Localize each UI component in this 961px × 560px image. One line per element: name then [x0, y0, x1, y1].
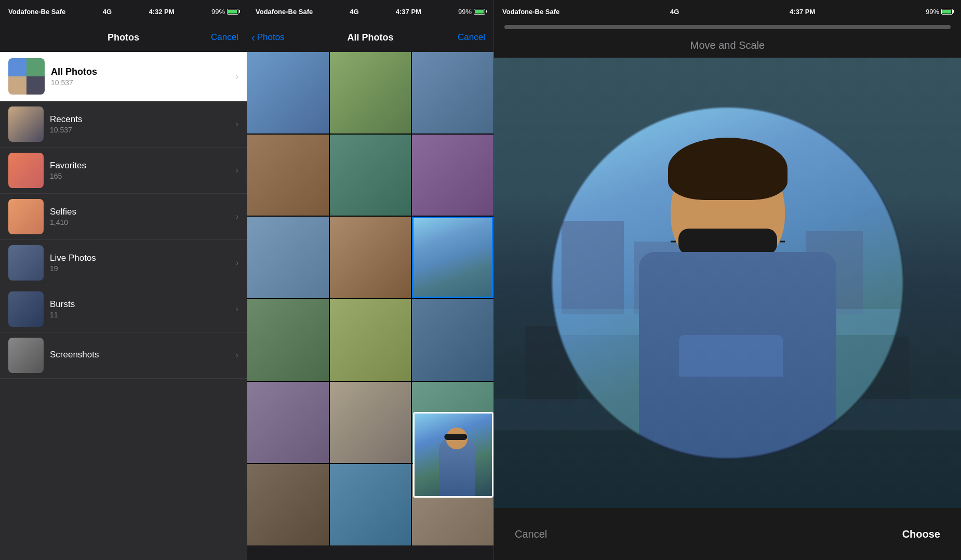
livephotos-chevron-icon: ›	[236, 258, 238, 268]
photo-cell[interactable]	[247, 52, 329, 134]
bursts-count: 11	[50, 311, 230, 319]
battery-area-1: 99%	[211, 8, 238, 16]
back-chevron-icon: ‹	[251, 32, 255, 44]
selfies-info: Selfies 1,410	[50, 207, 230, 226]
photo-cell[interactable]	[247, 464, 329, 545]
person-hair	[668, 138, 788, 200]
circle-mask[interactable]	[551, 106, 904, 460]
selected-photo-preview	[413, 412, 493, 498]
cancel-button-2[interactable]: Cancel	[458, 32, 485, 43]
carrier-2: Vodafone-Be Safe	[256, 8, 313, 16]
battery-area-2: 99%	[458, 8, 485, 16]
editor-cancel-button[interactable]: Cancel	[515, 528, 547, 540]
network-3: 4G	[670, 8, 679, 16]
battery-fill-2	[475, 10, 484, 14]
photo-editor[interactable]	[494, 58, 961, 508]
photo-cell-selected[interactable]	[412, 217, 493, 298]
back-label: Photos	[257, 32, 285, 43]
selfies-thumb	[8, 199, 44, 234]
all-photos-album-row[interactable]: All Photos 10,537 ›	[0, 52, 247, 101]
album-row-livephotos[interactable]: Live Photos 19 ›	[0, 240, 247, 286]
bursts-info: Bursts 11	[50, 299, 230, 319]
album-row-screenshots[interactable]: Screenshots ›	[0, 332, 247, 379]
favorites-thumb	[8, 153, 44, 188]
panel-photos-list: Vodafone-Be Safe 4G 4:32 PM 99% Photos C…	[0, 0, 247, 560]
status-bar-3: Vodafone-Be Safe 4G 4:37 PM 99%	[494, 0, 961, 23]
cancel-button-1[interactable]: Cancel	[211, 32, 238, 43]
livephotos-thumb	[8, 245, 44, 281]
photo-cell[interactable]	[330, 464, 411, 545]
recents-chevron-icon: ›	[236, 119, 238, 129]
nav-title-1: Photos	[108, 32, 139, 43]
photo-cell[interactable]	[247, 382, 329, 463]
photo-cell[interactable]	[330, 299, 411, 381]
bursts-thumb	[8, 291, 44, 327]
selfies-count: 1,410	[50, 218, 230, 226]
carrier-3: Vodafone-Be Safe	[502, 8, 559, 16]
status-bar-2: Vodafone-Be Safe 4G 4:37 PM 99%	[247, 0, 493, 23]
album-row-bursts[interactable]: Bursts 11 ›	[0, 286, 247, 332]
preview-sunglasses	[444, 434, 467, 440]
battery-icon-2	[474, 9, 485, 15]
editor-bottom: Cancel Choose	[494, 508, 961, 560]
battery-icon-3	[941, 9, 953, 15]
album-row-recents[interactable]: Recents 10,537 ›	[0, 101, 247, 148]
preview-inner	[415, 414, 492, 496]
photo-cell[interactable]	[330, 217, 411, 298]
battery-percent-2: 99%	[458, 8, 472, 16]
thumb-cell-2	[26, 58, 45, 76]
albums-list: Recents 10,537 › Favorites 165 › Selfies…	[0, 101, 247, 560]
thumb-cell-4	[26, 76, 45, 95]
c-building-1	[562, 221, 624, 314]
livephotos-info: Live Photos 19	[50, 253, 230, 273]
photo-cell[interactable]	[412, 135, 493, 216]
bursts-chevron-icon: ›	[236, 304, 238, 314]
network-1: 4G	[103, 8, 112, 16]
photo-cell[interactable]	[412, 52, 493, 134]
all-photos-thumb	[8, 58, 45, 95]
network-2: 4G	[350, 8, 358, 16]
battery-fill-3	[942, 10, 951, 14]
screenshots-chevron-icon: ›	[236, 351, 238, 360]
favorites-info: Favorites 165	[50, 161, 230, 180]
screenshots-info: Screenshots	[50, 350, 230, 361]
all-photos-chevron-icon: ›	[235, 71, 238, 82]
move-scale-title: Move and Scale	[494, 31, 961, 58]
photo-cell[interactable]	[247, 299, 329, 381]
time-2: 4:37 PM	[396, 8, 421, 16]
photo-cell[interactable]	[330, 52, 411, 134]
photo-cell[interactable]	[247, 217, 329, 298]
battery-percent-1: 99%	[211, 8, 225, 16]
recents-thumb	[8, 106, 44, 142]
album-row-favorites[interactable]: Favorites 165 ›	[0, 148, 247, 194]
recents-count: 10,537	[50, 126, 230, 134]
battery-icon-1	[227, 9, 238, 15]
favorites-name: Favorites	[50, 161, 230, 171]
livephotos-count: 19	[50, 264, 230, 273]
all-photos-info: All Photos 10,537	[51, 66, 229, 87]
editor-choose-button[interactable]: Choose	[902, 528, 940, 540]
time-3: 4:37 PM	[790, 8, 815, 16]
thumb-cell-1	[8, 58, 26, 76]
recents-name: Recents	[50, 114, 230, 125]
bursts-name: Bursts	[50, 299, 230, 310]
top-bar-indicator	[504, 25, 951, 29]
panel-all-photos: Vodafone-Be Safe 4G 4:37 PM 99% ‹ Photos…	[247, 0, 493, 560]
photo-cell[interactable]	[247, 135, 329, 216]
photo-cell[interactable]	[330, 382, 411, 463]
photo-grid-container	[247, 52, 493, 560]
all-photos-name: All Photos	[51, 66, 229, 77]
nav-bar-1: Photos Cancel	[0, 23, 247, 52]
jacket-collar	[679, 335, 783, 377]
nav-bar-2: ‹ Photos All Photos Cancel	[247, 23, 493, 52]
photo-cell[interactable]	[412, 299, 493, 381]
back-button[interactable]: ‹ Photos	[251, 32, 285, 44]
time-1: 4:32 PM	[149, 8, 174, 16]
album-row-selfies[interactable]: Selfies 1,410 ›	[0, 194, 247, 240]
selfies-name: Selfies	[50, 207, 230, 217]
battery-percent-3: 99%	[926, 8, 939, 16]
thumb-cell-3	[8, 76, 26, 95]
status-bar-1: Vodafone-Be Safe 4G 4:32 PM 99%	[0, 0, 247, 23]
panel-move-scale: Vodafone-Be Safe 4G 4:37 PM 99% Move and…	[493, 0, 961, 560]
photo-cell[interactable]	[330, 135, 411, 216]
